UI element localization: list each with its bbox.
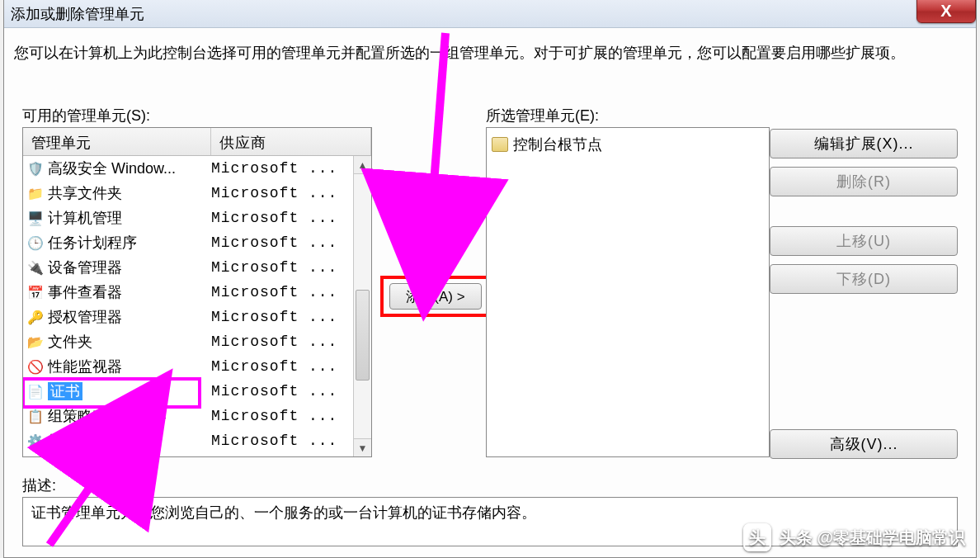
item-name: 授权管理器 [48, 307, 211, 327]
col-name-header[interactable]: 管理单元 [23, 128, 211, 155]
item-name: 设备管理器 [48, 258, 211, 277]
item-icon: 🕒 [26, 234, 45, 252]
list-body: 🛡️高级安全 Window...Microsoft ...📁共享文件夹Micro… [23, 156, 371, 456]
available-list: 管理单元 供应商 🛡️高级安全 Window...Microsoft ...📁共… [22, 127, 372, 457]
list-item[interactable]: 🕒任务计划程序Microsoft ... [23, 230, 371, 255]
list-header: 管理单元 供应商 [23, 128, 371, 156]
content-area: 您可以在计算机上为此控制台选择可用的管理单元并配置所选的一组管理单元。对于可扩展… [14, 43, 966, 547]
intro-text: 您可以在计算机上为此控制台选择可用的管理单元并配置所选的一组管理单元。对于可扩展… [14, 43, 966, 63]
list-item[interactable]: 📋组策略对象编辑器Microsoft ... [23, 404, 371, 428]
item-vendor: Microsoft ... [211, 333, 351, 350]
description-text: 证书管理单元允许您浏览自己的、一个服务的或一台计算机的证书存储内容。 [31, 504, 536, 521]
list-item[interactable]: 📁共享文件夹Microsoft ... [23, 181, 371, 206]
advanced-button[interactable]: 高级(V)... [770, 429, 958, 459]
item-icon: 🛡️ [26, 159, 45, 177]
scroll-up-icon[interactable]: ▲ [354, 156, 371, 174]
move-up-button[interactable]: 上移(U) [770, 226, 958, 256]
col-vendor-header[interactable]: 供应商 [211, 128, 371, 155]
selected-root-item[interactable]: 控制台根节点 [492, 133, 764, 156]
scroll-thumb[interactable] [356, 290, 370, 381]
selected-root-label: 控制台根节点 [513, 135, 602, 154]
item-vendor: Microsoft ... [211, 234, 351, 251]
item-icon: 📅 [26, 283, 45, 301]
list-item[interactable]: 🔑授权管理器Microsoft ... [23, 305, 371, 329]
item-name: 任务计划程序 [48, 233, 211, 253]
item-icon: 📁 [26, 184, 45, 202]
add-button[interactable]: 添加(A) > [389, 283, 482, 310]
watermark-text: 头条 @零基础学电脑常识 [780, 527, 965, 549]
item-vendor: Microsoft ... [211, 284, 351, 300]
scrollbar[interactable]: ▲ ▼ [353, 156, 371, 456]
item-icon: 🔌 [26, 258, 45, 277]
window-title: 添加或删除管理单元 [11, 4, 144, 24]
close-icon: X [940, 2, 951, 21]
move-down-button[interactable]: 下移(D) [770, 264, 958, 294]
item-name: 证书 [48, 381, 211, 401]
titlebar: 添加或删除管理单元 X [4, 0, 976, 28]
folder-icon [492, 137, 508, 152]
item-vendor: Microsoft ... [211, 309, 351, 325]
item-name: 高级安全 Window... [48, 158, 211, 178]
scroll-down-icon[interactable]: ▼ [354, 438, 371, 456]
item-icon: 🚫 [26, 357, 45, 376]
item-name: 性能监视器 [48, 357, 211, 376]
dialog-window: 添加或删除管理单元 X 您可以在计算机上为此控制台选择可用的管理单元并配置所选的… [3, 0, 977, 558]
list-item[interactable]: 📅事件查看器Microsoft ... [23, 280, 371, 305]
item-icon: 📂 [26, 333, 45, 351]
selected-list: 控制台根节点 [486, 127, 770, 457]
watermark-logo-icon: 头 [743, 523, 771, 551]
item-vendor: Microsoft ... [211, 185, 351, 201]
remove-button[interactable]: 删除(R) [770, 167, 958, 196]
item-icon: 🔑 [26, 308, 45, 326]
item-name: 计算机管理 [48, 208, 211, 228]
item-vendor: Microsoft ... [211, 408, 351, 424]
list-item[interactable]: ⚙️组件服Microsoft ... [23, 428, 371, 453]
scroll-track[interactable] [354, 174, 371, 438]
item-name: 文件夹 [48, 332, 211, 352]
item-vendor: Microsoft ... [211, 160, 351, 177]
available-label: 可用的管理单元(S): [22, 106, 150, 125]
item-vendor: Microsoft ... [211, 210, 351, 226]
description-label: 描述: [22, 475, 56, 495]
close-button[interactable]: X [916, 0, 976, 23]
item-icon: 📄 [26, 382, 45, 400]
list-item[interactable]: 📂文件夹Microsoft ... [23, 329, 371, 354]
item-icon: ⚙️ [26, 432, 45, 450]
list-item[interactable]: 🛡️高级安全 Window...Microsoft ... [23, 156, 371, 181]
item-name: 组件服 [48, 431, 211, 451]
list-item[interactable]: 🖥️计算机管理Microsoft ... [23, 206, 371, 230]
selected-label: 所选管理单元(E): [486, 106, 599, 125]
edit-extensions-button[interactable]: 编辑扩展(X)... [770, 129, 958, 158]
item-vendor: Microsoft ... [211, 358, 351, 375]
watermark: 头 头条 @零基础学电脑常识 [743, 523, 965, 551]
item-name: 共享文件夹 [48, 183, 211, 203]
list-item[interactable]: 🔌设备管理器Microsoft ... [23, 255, 371, 280]
list-item[interactable]: 🚫性能监视器Microsoft ... [23, 354, 371, 379]
item-name: 事件查看器 [48, 282, 211, 302]
item-icon: 🖥️ [26, 209, 45, 227]
item-vendor: Microsoft ... [211, 383, 351, 400]
item-icon: 📋 [26, 407, 45, 425]
item-vendor: Microsoft ... [211, 259, 351, 276]
item-vendor: Microsoft ... [211, 433, 351, 449]
add-button-highlight: 添加(A) > [380, 276, 491, 317]
item-name: 组策略对象编辑器 [48, 406, 211, 426]
list-item[interactable]: 📄证书Microsoft ... [23, 379, 371, 404]
